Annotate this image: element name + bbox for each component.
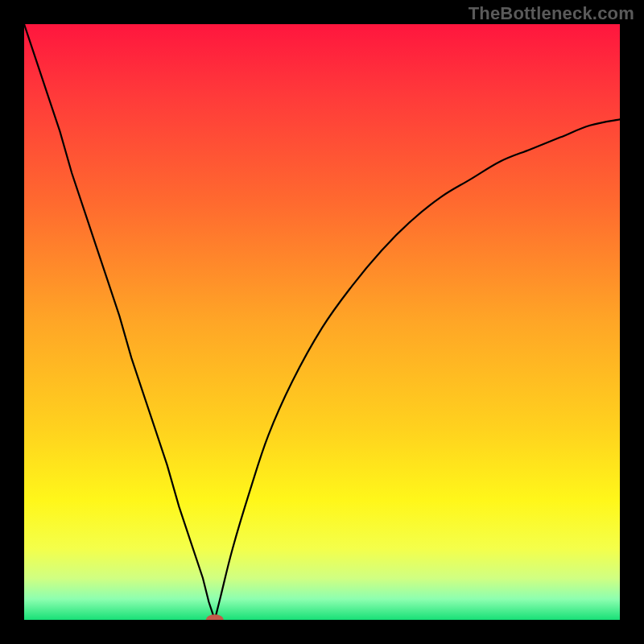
chart-frame: TheBottleneck.com [0,0,644,644]
chart-svg [24,24,620,620]
plot-background [24,24,620,620]
watermark-label: TheBottleneck.com [469,3,634,24]
